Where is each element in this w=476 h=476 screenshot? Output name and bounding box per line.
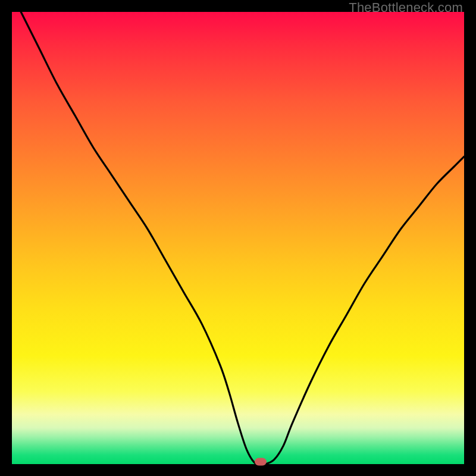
optimal-point-marker <box>255 458 267 466</box>
chart-plot-area <box>12 12 464 464</box>
chart-frame: TheBottleneck.com <box>0 0 476 476</box>
bottleneck-curve <box>12 12 464 464</box>
attribution-label: TheBottleneck.com <box>349 0 463 15</box>
